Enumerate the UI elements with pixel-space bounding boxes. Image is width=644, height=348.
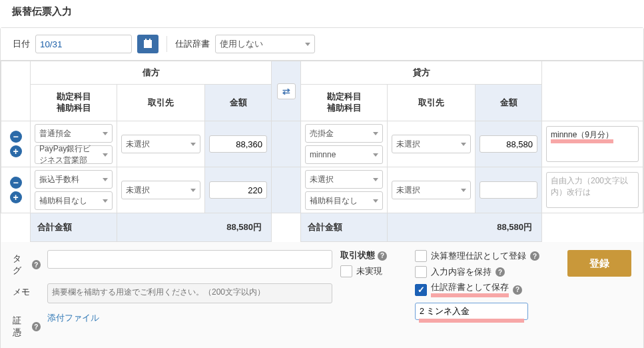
chevron-down-icon [103, 153, 108, 157]
note-input[interactable]: minnne（9月分） [546, 126, 639, 162]
page-title: 振替伝票入力 [0, 0, 644, 27]
journal-dict-label: 仕訳辞書 [175, 38, 210, 50]
dict-name-input[interactable] [415, 303, 528, 320]
credit-header: 貸方 [301, 61, 542, 85]
credit-amount-input[interactable] [480, 181, 537, 199]
credit-total-label: 合計金額 [301, 213, 388, 242]
note-input[interactable]: 自由入力（200文字以内）改行は [546, 172, 639, 208]
chevron-down-icon [461, 143, 466, 146]
save-dict-label: 仕訳辞書として保存 [431, 282, 509, 297]
credit-subaccount-select[interactable]: 補助科目なし [305, 191, 383, 210]
chevron-down-icon [461, 189, 466, 192]
closing-entry-label: 決算整理仕訳として登録 [431, 251, 526, 262]
chevron-down-icon [373, 132, 378, 135]
help-icon[interactable] [378, 251, 387, 261]
remove-row-button[interactable] [10, 131, 22, 143]
credit-subaccount-select[interactable]: minnne [305, 145, 383, 164]
remove-row-button[interactable] [10, 177, 22, 189]
add-row-button[interactable] [10, 145, 22, 157]
credit-account-select[interactable]: 売掛金 [305, 124, 383, 143]
save-dict-checkbox[interactable] [415, 284, 427, 296]
debit-amount-input[interactable] [209, 181, 267, 199]
credit-partner-select[interactable]: 未選択 [392, 135, 471, 153]
debit-account-select[interactable]: 普通預金 [35, 124, 113, 143]
tag-label: タグ [13, 253, 29, 277]
credit-account-header: 勘定科目 [301, 91, 387, 103]
debit-amount-input[interactable] [209, 135, 267, 153]
keep-input-checkbox[interactable] [415, 266, 427, 278]
memo-input[interactable] [47, 283, 332, 303]
debit-header: 借方 [31, 61, 272, 85]
credit-subaccount-header: 補助科目 [301, 103, 387, 114]
credit-total-value: 88,580円 [388, 213, 542, 242]
help-icon[interactable] [32, 260, 41, 269]
debit-partner-select[interactable]: 未選択 [121, 181, 200, 199]
chevron-down-icon [373, 199, 378, 203]
credit-partner-select[interactable]: 未選択 [392, 181, 471, 199]
chevron-down-icon [305, 43, 310, 46]
help-icon[interactable] [495, 267, 505, 277]
chevron-down-icon [103, 132, 108, 135]
register-button[interactable]: 登録 [567, 250, 631, 277]
tag-input[interactable] [47, 250, 332, 269]
unrealized-checkbox[interactable] [340, 265, 352, 277]
help-icon[interactable] [530, 251, 539, 261]
debit-subaccount-select[interactable]: 補助科目なし [35, 191, 113, 210]
debit-subaccount-select[interactable]: PayPay銀行ビジネス営業部 [35, 145, 113, 164]
date-label: 日付 [13, 38, 30, 50]
chevron-down-icon [373, 153, 378, 157]
help-icon[interactable] [32, 322, 41, 331]
debit-account-header: 勘定科目 [31, 91, 117, 103]
journal-dict-select[interactable]: 使用しない [215, 35, 315, 53]
debit-partner-select[interactable]: 未選択 [121, 135, 200, 153]
swap-icon: ⇄ [282, 86, 290, 97]
calendar-icon [143, 39, 153, 49]
help-icon[interactable] [513, 285, 522, 295]
chevron-down-icon [103, 199, 108, 203]
chevron-down-icon [103, 178, 108, 181]
chevron-down-icon [190, 143, 196, 146]
credit-partner-header: 取引先 [388, 85, 476, 121]
memo-label: メモ [13, 286, 30, 298]
evidence-label: 証憑 [13, 315, 29, 339]
debit-partner-header: 取引先 [117, 85, 205, 121]
date-input[interactable] [35, 35, 132, 53]
chevron-down-icon [373, 178, 378, 181]
debit-subaccount-header: 補助科目 [31, 103, 117, 114]
debit-total-label: 合計金額 [31, 213, 117, 242]
unrealized-label: 未実現 [356, 266, 382, 277]
attach-file-link[interactable]: 添付ファイル [47, 313, 99, 323]
credit-amount-header: 金額 [476, 85, 542, 121]
add-row-button[interactable] [10, 191, 22, 203]
journal-dict-value: 使用しない [220, 38, 263, 50]
credit-account-select[interactable]: 未選択 [305, 170, 383, 189]
keep-input-label: 入力内容を保持 [431, 267, 491, 278]
debit-amount-header: 金額 [205, 85, 272, 121]
credit-amount-input[interactable] [480, 135, 537, 153]
transaction-status-label: 取引状態 [340, 250, 375, 261]
debit-account-select[interactable]: 振込手数料 [35, 170, 113, 189]
closing-entry-checkbox[interactable] [415, 250, 427, 262]
debit-total-value: 88,580円 [117, 213, 272, 242]
calendar-button[interactable] [137, 35, 159, 53]
swap-button[interactable]: ⇄ [277, 83, 296, 99]
chevron-down-icon [190, 189, 196, 192]
